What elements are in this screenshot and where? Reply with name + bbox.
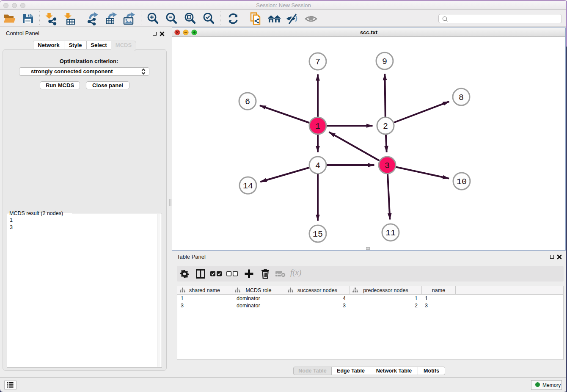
svg-text:9: 9 xyxy=(382,57,387,66)
svg-text:6: 6 xyxy=(245,97,250,107)
svg-text:10: 10 xyxy=(457,177,467,187)
svg-text:11: 11 xyxy=(385,228,396,238)
svg-text:1: 1 xyxy=(315,121,320,131)
svg-text:8: 8 xyxy=(459,93,464,102)
svg-text:7: 7 xyxy=(315,57,320,67)
svg-text:14: 14 xyxy=(243,181,253,191)
svg-text:15: 15 xyxy=(313,229,323,239)
svg-text:2: 2 xyxy=(383,121,388,131)
svg-text:3: 3 xyxy=(385,161,390,171)
svg-text:4: 4 xyxy=(315,161,320,171)
